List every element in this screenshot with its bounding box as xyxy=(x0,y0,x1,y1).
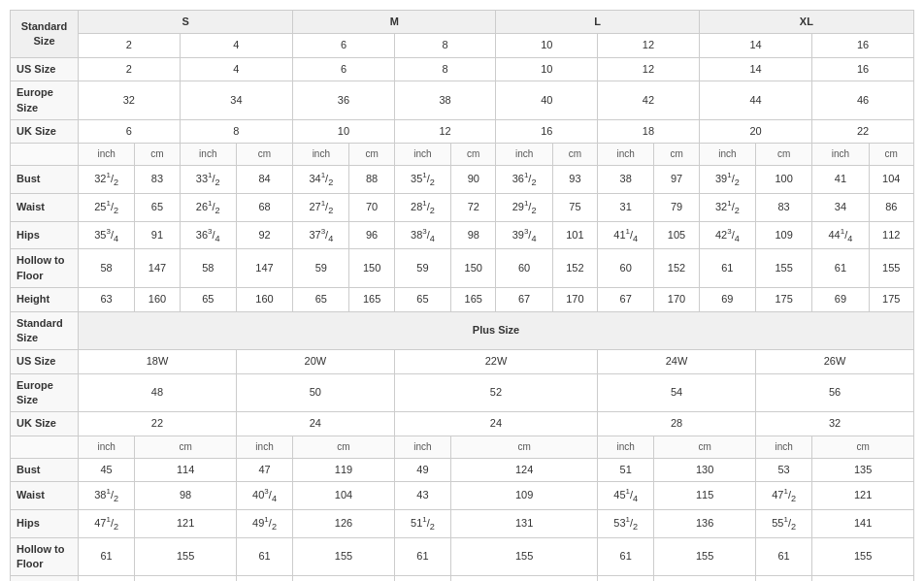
hollow-59a-cm: 150 xyxy=(349,249,394,288)
hollow-60b-inch: 60 xyxy=(598,249,654,288)
plus-cm-1: cm xyxy=(135,436,237,458)
bust-35-inch: 351/2 xyxy=(394,166,450,194)
plus-inch-5: inch xyxy=(756,436,812,458)
waist-25-inch: 251/2 xyxy=(79,194,135,222)
standard-size-header: Standard Size xyxy=(11,11,79,58)
height-65b-cm: 165 xyxy=(349,288,394,311)
us-size-8: 8 xyxy=(394,34,496,57)
plus-bust-45-inch: 45 xyxy=(79,458,135,481)
us-4: 4 xyxy=(180,57,293,81)
plus-waist-label: Waist xyxy=(11,482,79,510)
bust-34-inch: 341/2 xyxy=(293,166,349,194)
waist-26-cm: 68 xyxy=(236,194,292,222)
plus-uk-22: 22 xyxy=(79,412,237,436)
hollow-59a-inch: 59 xyxy=(293,249,349,288)
hips-37-cm: 96 xyxy=(349,221,394,249)
height-69b-inch: 69 xyxy=(812,288,869,311)
eu-44: 44 xyxy=(699,81,812,120)
bust-36-inch: 361/2 xyxy=(496,166,552,194)
waist-28-inch: 281/2 xyxy=(394,194,450,222)
us-2: 2 xyxy=(79,57,181,81)
plus-bust-47-cm: 119 xyxy=(293,458,395,481)
uk-10: 10 xyxy=(293,119,395,143)
plus-waist-45-inch: 451/4 xyxy=(598,482,654,510)
plus-hollow-61b-inch: 61 xyxy=(236,537,292,576)
hips-39-inch: 393/4 xyxy=(496,221,552,249)
us-14: 14 xyxy=(699,57,812,81)
plus-height-label: Height xyxy=(11,576,79,581)
height-69b-cm: 175 xyxy=(869,288,913,311)
hollow-58b-inch: 58 xyxy=(180,249,236,288)
hips-label: Hips xyxy=(11,221,79,249)
us-8: 8 xyxy=(394,57,496,81)
height-63-inch: 63 xyxy=(79,288,135,311)
plus-height-69a-inch: 69 xyxy=(79,576,135,581)
eu-38: 38 xyxy=(394,81,496,120)
bust-32-inch: 321/2 xyxy=(79,166,135,194)
height-63-cm: 160 xyxy=(135,288,180,311)
plus-eu-48: 48 xyxy=(79,373,237,412)
plus-cm-5: cm xyxy=(812,436,914,458)
waist-26-inch: 261/2 xyxy=(180,194,236,222)
height-65c-cm: 165 xyxy=(451,288,496,311)
plus-bust-53-inch: 53 xyxy=(756,458,812,481)
us-16: 16 xyxy=(812,57,914,81)
waist-29-inch: 291/2 xyxy=(496,194,552,222)
us-size-2: 2 xyxy=(79,34,181,57)
plus-size-header: Plus Size xyxy=(79,311,914,350)
hollow-61b-cm: 155 xyxy=(869,249,913,288)
plus-hollow-61a-inch: 61 xyxy=(79,537,135,576)
hollow-61a-inch: 61 xyxy=(699,249,755,288)
plus-inch-3: inch xyxy=(394,436,450,458)
bust-38-inch: 38 xyxy=(598,166,654,194)
plus-height-69c-inch: 69 xyxy=(394,576,450,581)
us-size-14: 14 xyxy=(699,34,812,57)
plus-hollow-61a-cm: 155 xyxy=(135,537,237,576)
plus-hips-55-cm: 141 xyxy=(812,509,914,537)
waist-32-inch: 321/2 xyxy=(699,194,755,222)
inch-label-8: inch xyxy=(812,144,869,166)
plus-eu-50: 50 xyxy=(236,373,394,412)
waist-29-cm: 75 xyxy=(552,194,597,222)
height-67a-cm: 170 xyxy=(552,288,597,311)
cm-label-5: cm xyxy=(552,144,597,166)
eu-46: 46 xyxy=(812,81,914,120)
waist-28-cm: 72 xyxy=(451,194,496,222)
inch-label-7: inch xyxy=(699,144,755,166)
us-size-6: 6 xyxy=(293,34,395,57)
height-69a-inch: 69 xyxy=(699,288,755,311)
plus-waist-47-inch: 471/2 xyxy=(756,482,812,510)
bust-label: Bust xyxy=(11,166,79,194)
us-6: 6 xyxy=(293,57,395,81)
bust-33-inch: 331/2 xyxy=(180,166,236,194)
height-69a-cm: 175 xyxy=(756,288,812,311)
s-header: S xyxy=(79,11,293,34)
us-size-16: 16 xyxy=(812,34,914,57)
uk-6: 6 xyxy=(79,119,181,143)
plus-hips-47-inch: 471/2 xyxy=(79,509,135,537)
plus-hips-49-cm: 126 xyxy=(293,509,395,537)
eu-36: 36 xyxy=(293,81,395,120)
cm-label-2: cm xyxy=(236,144,292,166)
uk-16: 16 xyxy=(496,119,598,143)
plus-hollow-61c-inch: 61 xyxy=(394,537,450,576)
waist-25-cm: 65 xyxy=(135,194,180,222)
plus-bust-53-cm: 135 xyxy=(812,458,914,481)
plus-hips-51-inch: 511/2 xyxy=(394,509,450,537)
hips-35-inch: 353/4 xyxy=(79,221,135,249)
hollow-58a-inch: 58 xyxy=(79,249,135,288)
inch-label-1: inch xyxy=(79,144,135,166)
plus-hollow-61e-cm: 155 xyxy=(812,537,914,576)
plus-hips-55-inch: 551/2 xyxy=(756,509,812,537)
plus-bust-label: Bust xyxy=(11,458,79,481)
inch-label-3: inch xyxy=(293,144,349,166)
plus-hollow-61d-inch: 61 xyxy=(598,537,654,576)
waist-34-cm: 86 xyxy=(869,194,913,222)
bust-38-cm: 97 xyxy=(654,166,699,194)
bust-41-inch: 41 xyxy=(812,166,869,194)
hips-41-inch: 411/4 xyxy=(598,221,654,249)
cm-label-6: cm xyxy=(654,144,699,166)
plus-waist-43-inch: 43 xyxy=(394,482,450,510)
waist-label: Waist xyxy=(11,194,79,222)
plus-hips-49-inch: 491/2 xyxy=(236,509,292,537)
